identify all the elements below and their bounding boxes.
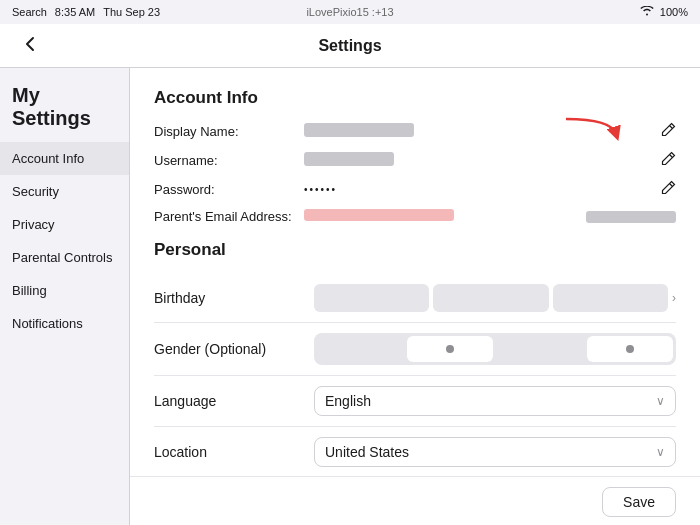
sidebar-item-billing[interactable]: Billing (0, 274, 129, 307)
username-value (304, 152, 660, 169)
search-label: Search (12, 6, 47, 18)
password-label: Password: (154, 182, 304, 197)
birthday-month[interactable] (314, 284, 429, 312)
location-value: United States (325, 444, 409, 460)
language-dropdown-wrapper: English ∨ (314, 386, 676, 416)
gender-option-1[interactable] (317, 336, 403, 362)
parent-email-row: Parent's Email Address: (154, 209, 676, 224)
language-label: Language (154, 393, 314, 409)
language-chevron-icon: ∨ (656, 394, 665, 408)
status-indicators: 100% (640, 6, 688, 18)
birthday-chevron-icon: › (672, 291, 676, 305)
location-dropdown-wrapper: United States ∨ (314, 437, 676, 467)
language-value: English (325, 393, 371, 409)
birthday-label: Birthday (154, 290, 314, 306)
location-label: Location (154, 444, 314, 460)
sidebar-item-notifications[interactable]: Notifications (0, 307, 129, 340)
save-bar: Save (130, 476, 700, 525)
wifi-icon (640, 6, 654, 18)
account-info-title: Account Info (154, 88, 676, 108)
main-panel: Account Info Display Name: (130, 68, 700, 476)
content-area: My Settings Account Info Security Privac… (0, 68, 700, 525)
username-edit-icon[interactable] (660, 151, 676, 170)
personal-title: Personal (154, 240, 676, 260)
sidebar: My Settings Account Info Security Privac… (0, 68, 130, 525)
location-dropdown[interactable]: United States ∨ (314, 437, 676, 467)
birthday-year[interactable] (553, 284, 668, 312)
account-info-section: Account Info Display Name: (154, 88, 676, 224)
display-name-label: Display Name: (154, 124, 304, 139)
display-name-row: Display Name: (154, 122, 676, 141)
language-row: Language English ∨ (154, 376, 676, 427)
parent-email-label: Parent's Email Address: (154, 209, 304, 224)
time-display: 8:35 AM (55, 6, 95, 18)
save-button[interactable]: Save (602, 487, 676, 517)
password-row: Password: •••••• (154, 180, 676, 199)
birthday-row: Birthday › (154, 274, 676, 323)
status-bar: Search 8:35 AM Thu Sep 23 iLovePixio15 :… (0, 0, 700, 24)
language-dropdown[interactable]: English ∨ (314, 386, 676, 416)
parent-email-value (304, 209, 578, 224)
back-button[interactable] (16, 34, 44, 57)
birthday-picker[interactable]: › (314, 284, 676, 312)
sidebar-item-privacy[interactable]: Privacy (0, 208, 129, 241)
gender-label: Gender (Optional) (154, 341, 314, 357)
username-label: Username: (154, 153, 304, 168)
location-chevron-icon: ∨ (656, 445, 665, 459)
parent-email-extra (586, 211, 676, 223)
device-id: iLovePixio15 :+13 (306, 6, 393, 18)
display-name-value (304, 123, 660, 140)
birthday-day[interactable] (433, 284, 548, 312)
page-title: Settings (318, 37, 381, 55)
battery-display: 100% (660, 6, 688, 18)
password-value: •••••• (304, 184, 660, 195)
gender-option-4[interactable] (587, 336, 673, 362)
sidebar-item-security[interactable]: Security (0, 175, 129, 208)
username-row: Username: (154, 151, 676, 170)
password-edit-icon[interactable] (660, 180, 676, 199)
gender-option-3[interactable] (497, 336, 583, 362)
sidebar-item-account-info[interactable]: Account Info (0, 142, 129, 175)
gender-picker[interactable] (314, 333, 676, 365)
display-name-edit-icon[interactable] (660, 122, 676, 141)
location-row: Location United States ∨ (154, 427, 676, 476)
top-nav: Settings (0, 24, 700, 68)
personal-section: Personal Birthday › Gender (154, 240, 676, 476)
gender-row: Gender (Optional) (154, 323, 676, 376)
gender-option-2[interactable] (407, 336, 493, 362)
sidebar-header: My Settings (0, 84, 129, 142)
sidebar-item-parental-controls[interactable]: Parental Controls (0, 241, 129, 274)
date-display: Thu Sep 23 (103, 6, 160, 18)
